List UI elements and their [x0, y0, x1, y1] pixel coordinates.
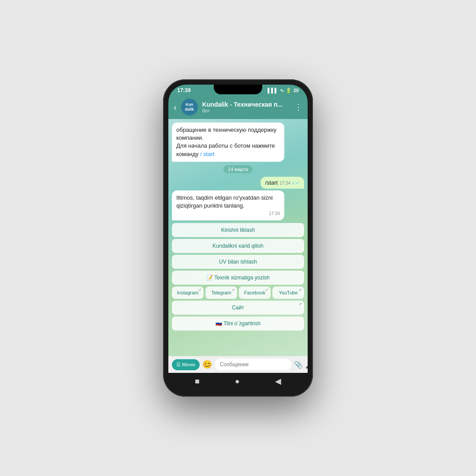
bot-buttons: Kirishni tiklash Kundalikni xarid qilish… — [172, 223, 304, 331]
btn-uv-bilan[interactable]: UV bilan ishlash — [172, 255, 304, 269]
phone-screen: 17:39 ▌▌▌ ∿ 🔋 20 ‹ Kundalik Kundalik - Т… — [168, 85, 308, 391]
btn-language[interactable]: 🇷🇺 Tilni o`zgartirish — [172, 316, 304, 331]
circle-nav-icon[interactable]: ● — [235, 377, 240, 386]
link-icon-youtube: ↗ — [298, 288, 302, 292]
message-outgoing-start: /start 17:34 ✓✓ — [260, 177, 304, 189]
signal-icon: ▌▌▌ — [268, 88, 278, 93]
btn-texnik[interactable]: 📝 Texnik xizmatiga yozish — [172, 271, 304, 285]
message-text-1: обращение в техническую поддержку компан… — [176, 126, 280, 158]
chat-name: Kundalik - Техническая п... — [202, 101, 290, 108]
menu-button[interactable]: ☰ Меню — [172, 359, 200, 370]
home-bar: ■ ● ◀ — [168, 373, 308, 391]
avatar: Kundalik — [181, 99, 198, 115]
more-button[interactable]: ⋮ — [294, 102, 302, 112]
time: 17:39 — [177, 87, 191, 93]
battery-level: 20 — [294, 88, 299, 93]
link-icon-telegram: ↗ — [231, 288, 235, 292]
link-icon-site: ↗ — [298, 302, 302, 306]
input-bar: ☰ Меню 😊 📎 🎤 — [168, 356, 308, 373]
avatar-text: Kundalik — [185, 102, 194, 112]
btn-telegram[interactable]: ↗ Telegram — [205, 286, 237, 299]
chat-area: обращение в техническую поддержку компан… — [168, 119, 308, 356]
status-bar: 17:39 ▌▌▌ ∿ 🔋 20 — [168, 85, 308, 95]
phone-frame: 17:39 ▌▌▌ ∿ 🔋 20 ‹ Kundalik Kundalik - Т… — [163, 79, 313, 397]
triangle-nav-icon[interactable]: ◀ — [275, 376, 281, 386]
emoji-icon[interactable]: 😊 — [202, 360, 212, 369]
btn-facebook[interactable]: ↗ Facebook — [239, 286, 271, 299]
message-incoming-2: Iltimos, taqdim etilgan ro'yxatdan sizni… — [172, 190, 284, 220]
btn-instagram[interactable]: ↗ Instagram — [172, 286, 204, 299]
messages-container: обращение в техническую поддержку компан… — [168, 119, 308, 356]
start-link[interactable]: / start — [200, 151, 215, 157]
tick-icon: ✓✓ — [292, 180, 300, 186]
incoming-time-2: 17:34 — [176, 211, 280, 217]
input-icons: 📎 🎤 — [294, 361, 308, 369]
status-icons: ▌▌▌ ∿ 🔋 20 — [268, 88, 299, 93]
social-buttons-row: ↗ Instagram ↗ Telegram ↗ Facebook ↗ — [172, 286, 304, 299]
wifi-icon: ∿ — [280, 88, 284, 93]
btn-kirishni-tiklash[interactable]: Kirishni tiklash — [172, 223, 304, 237]
link-icon-instagram: ↗ — [198, 288, 201, 292]
outgoing-time: 17:34 ✓✓ — [279, 180, 300, 186]
date-separator: 14 марта — [223, 165, 253, 173]
notch — [214, 85, 262, 94]
back-button[interactable]: ‹ — [174, 102, 177, 112]
square-nav-icon[interactable]: ■ — [195, 377, 200, 386]
battery-icon: 🔋 — [286, 88, 292, 93]
btn-kundalikni-xarid[interactable]: Kundalikni xarid qilish — [172, 239, 304, 253]
chat-header: ‹ Kundalik Kundalik - Техническая п... б… — [168, 95, 308, 119]
message-incoming-1: обращение в техническую поддержку компан… — [172, 123, 284, 162]
mic-icon[interactable]: 🎤 — [305, 361, 308, 369]
chat-status: бот — [202, 108, 290, 113]
link-icon-facebook: ↗ — [265, 288, 268, 292]
btn-site[interactable]: ↗ Сайт — [172, 301, 304, 315]
btn-youtube[interactable]: ↗ YouTube — [272, 286, 304, 299]
outgoing-text: /start — [265, 179, 278, 186]
message-input[interactable] — [215, 359, 291, 370]
chat-info: Kundalik - Техническая п... бот — [202, 101, 290, 113]
message-text-2: Iltimos, taqdim etilgan ro'yxatdan sizni… — [176, 194, 280, 210]
attach-icon[interactable]: 📎 — [294, 361, 303, 369]
